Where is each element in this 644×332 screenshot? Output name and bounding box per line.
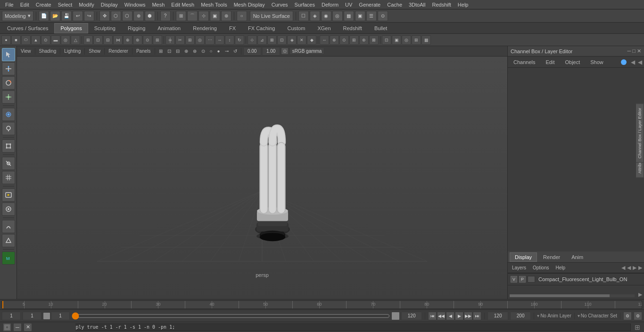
tab-curves-surfaces[interactable]: Curves / Surfaces [1,23,54,33]
backface-btn[interactable]: ▦ [421,35,431,45]
poke-btn[interactable]: ⊹ [248,35,257,45]
retopo-btn[interactable]: ⊙ [339,35,349,45]
plane-btn[interactable]: ▬ [51,35,60,45]
cb-minimize-icon[interactable]: ─ [627,48,631,54]
cleanup-btn[interactable]: ⊞ [349,35,359,45]
select-btn[interactable] [2,48,15,61]
anim-settings-btn[interactable]: ⚙ [623,312,632,320]
max-frame-input[interactable] [510,312,531,320]
undo-btn[interactable]: ↩ [73,11,83,21]
snap-point-btn[interactable]: ⊹ [198,11,209,21]
vp-panels-menu[interactable]: Panels [134,48,153,54]
hardware-render-btn[interactable] [2,202,15,216]
torus-btn[interactable]: ⊙ [41,35,50,45]
menu-edit[interactable]: Edit [17,1,33,8]
tab-polygons[interactable]: Polygons [54,23,88,33]
vp-gamma1[interactable] [243,47,261,56]
tab-bullet[interactable]: Bullet [368,23,394,33]
disk-btn[interactable]: ◎ [61,35,70,45]
vp-icon4[interactable]: ⊕ [182,48,190,54]
menu-help[interactable]: Help [454,1,472,8]
merge-btn[interactable]: ⋈ [113,35,123,45]
cbd-tab-render[interactable]: Render [538,252,565,262]
cb-arrow-left-icon[interactable]: ◀ [631,59,635,65]
live-surface-btn[interactable]: ○ [237,11,247,21]
menu-curves[interactable]: Curves [268,1,291,8]
render1-btn[interactable]: ◈ [310,11,320,21]
cbd-tab-display[interactable]: Display [510,252,537,262]
cylinder-btn[interactable]: ⬭ [21,35,31,45]
anim-layer-arrow[interactable]: ▾ [537,313,539,318]
vp-show-menu[interactable]: Show [87,48,102,54]
menu-modify[interactable]: Modify [75,1,97,8]
soft-select-btn[interactable] [2,108,15,121]
layer-visibility-btn[interactable]: V [511,276,517,283]
cb-arrow-left2-icon[interactable]: ◀ [638,59,642,65]
cbo-arrow-left2-icon[interactable]: ◀ [627,265,631,271]
vp-icon6[interactable]: ⊙ [199,48,207,54]
vp-colorspace-icon[interactable]: ⊙ [281,48,289,55]
uv-editor-btn[interactable]: ⊡ [382,35,391,45]
vp-icon3[interactable]: ⊟ [174,48,182,54]
render6-btn[interactable]: ☰ [366,11,377,21]
playback-speed-input[interactable] [401,312,422,320]
boolean-btn[interactable]: ⊕ [123,35,132,45]
fill-btn[interactable]: ⊙ [143,35,152,45]
render3-btn[interactable]: ◎ [332,11,343,21]
show-manip-btn[interactable] [2,139,15,153]
vp-shading-menu[interactable]: Shading [37,48,58,54]
cone-btn[interactable]: ▲ [31,35,41,45]
snap-surface-btn[interactable]: ▣ [210,11,220,21]
step-back-btn[interactable]: ◀◀ [437,312,446,320]
cb-maximize-icon[interactable]: □ [632,48,636,54]
cb-close-icon[interactable]: ✕ [637,48,641,54]
conform-btn[interactable]: ⊕ [330,35,339,45]
menu-windows[interactable]: Windows [121,1,149,8]
cb-layer-scrollbar[interactable] [510,294,635,297]
play-fwd-btn[interactable]: ▶ [455,312,463,320]
collapse-btn[interactable]: ◆ [307,35,316,45]
cbo-layers[interactable]: Layers [510,264,528,271]
xray-btn[interactable]: ☐ [298,11,309,21]
tab-animation[interactable]: Animation [151,23,187,33]
combine-btn[interactable]: ⊛ [359,35,369,45]
grid-btn[interactable] [2,171,15,184]
render-view-btn[interactable] [2,188,15,202]
snap-grid-btn[interactable]: ⊞ [176,11,186,21]
maya-logo-btn[interactable]: M [2,251,15,265]
scale-btn[interactable] [2,90,15,104]
bevel-btn[interactable]: ⊟ [103,35,113,45]
channel-box-content[interactable] [508,68,644,251]
vp-icon1[interactable]: ⊞ [157,48,165,54]
delete-edge-btn[interactable]: ✕ [297,35,306,45]
end-frame-input[interactable] [487,312,508,320]
menu-file[interactable]: File [2,1,17,8]
tab-custom[interactable]: Custom [281,23,312,33]
menu-uv[interactable]: UV [342,1,355,8]
menu-display[interactable]: Display [98,1,121,8]
mirror-geo-btn[interactable]: ↔ [320,35,329,45]
extract-btn[interactable]: ⊡ [277,35,287,45]
snapping-btn[interactable] [2,157,15,170]
offset-btn[interactable]: ⊞ [185,35,195,45]
select-tool-btn[interactable]: ✥ [99,11,110,21]
menu-generate[interactable]: Generate [355,1,384,8]
cbo-arrow-left-icon[interactable]: ◀ [621,265,625,271]
snap-live-btn[interactable]: ⊛ [221,11,231,21]
vp-gamma2[interactable] [262,47,280,56]
vp-icon10[interactable]: ↺ [231,48,239,54]
help-btn[interactable]: ? [160,11,171,21]
goto-end-btn[interactable]: ⏭ [473,312,481,320]
open-file-btn[interactable]: 📂 [50,11,60,21]
menu-surfaces[interactable]: Surfaces [291,1,318,8]
snap-curve-btn[interactable]: ⌒ [187,11,198,21]
cb-tab-edit[interactable]: Edit [542,58,558,66]
menu-3dtoa[interactable]: 3DtoAll [405,1,429,8]
tab-rigging[interactable]: Rigging [122,23,151,33]
paint-btn[interactable]: ⬡ [122,11,132,21]
vp-icon9[interactable]: ⊸ [223,48,231,54]
tab-fx-caching[interactable]: FX Caching [242,23,281,33]
cb-tab-object[interactable]: Object [561,58,584,66]
cb-tab-channels[interactable]: Channels [510,58,539,66]
menu-mesh[interactable]: Mesh [149,1,168,8]
